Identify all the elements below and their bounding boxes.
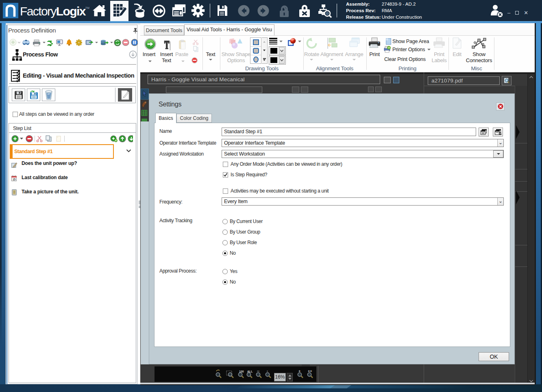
svg-text:--: -- xyxy=(257,369,259,373)
svg-text:++: ++ xyxy=(308,369,312,373)
svg-text:15: 15 xyxy=(13,178,16,181)
svg-text:ALL: ALL xyxy=(247,370,253,373)
svg-text:100: 100 xyxy=(239,370,244,373)
svg-text:?: ? xyxy=(388,47,390,49)
svg-text:+: + xyxy=(298,369,300,373)
svg-text:-: - xyxy=(267,369,268,373)
